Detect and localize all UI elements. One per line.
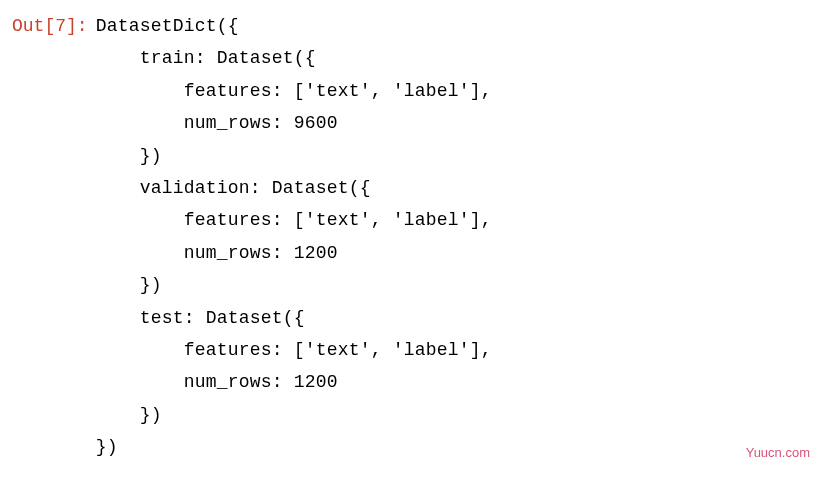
code-line: validation: Dataset({ [96,178,371,198]
code-line: features: ['text', 'label'], [96,81,492,101]
code-line: num_rows: 9600 [96,113,338,133]
jupyter-output-cell: Out[7]: DatasetDict({ train: Dataset({ f… [0,10,828,463]
code-line: num_rows: 1200 [96,243,338,263]
code-line: test: Dataset({ [96,308,305,328]
output-prompt: Out[7]: [0,10,96,42]
code-line: }) [96,275,162,295]
code-line: num_rows: 1200 [96,372,338,392]
code-line: }) [96,437,118,457]
code-output-block: DatasetDict({ train: Dataset({ features:… [96,10,492,463]
code-line: train: Dataset({ [96,48,316,68]
code-line: DatasetDict({ [96,16,239,36]
watermark: Yuucn.com [746,441,810,464]
code-line: }) [96,405,162,425]
code-line: features: ['text', 'label'], [96,340,492,360]
code-line: features: ['text', 'label'], [96,210,492,230]
code-line: }) [96,146,162,166]
